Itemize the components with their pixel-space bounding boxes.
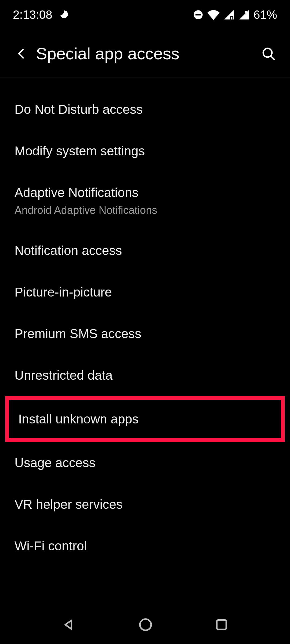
list-item-unrestricted-data[interactable]: Unrestricted data [0, 354, 290, 396]
svg-point-1 [67, 13, 68, 14]
list-item-wifi-control[interactable]: Wi-Fi control [0, 525, 290, 567]
svg-point-0 [66, 11, 67, 12]
search-button[interactable] [258, 43, 279, 64]
svg-rect-3 [195, 14, 201, 16]
nav-recent-button[interactable] [215, 618, 229, 633]
list-item-title: Do Not Disturb access [15, 102, 276, 117]
settings-list: Do Not Disturb access Modify system sett… [0, 78, 290, 567]
list-item-title: Install unknown apps [18, 412, 272, 426]
svg-point-8 [140, 619, 151, 630]
dnd-moon-icon [58, 9, 69, 20]
list-item-do-not-disturb-access[interactable]: Do Not Disturb access [0, 89, 290, 130]
svg-rect-9 [217, 620, 226, 630]
status-bar: 2:13:08 R x 61% [0, 0, 290, 30]
highlight-annotation: Install unknown apps [5, 396, 285, 442]
chevron-left-icon [15, 47, 28, 60]
svg-line-7 [271, 56, 274, 59]
list-item-title: Wi-Fi control [15, 539, 276, 553]
wifi-icon [207, 9, 220, 21]
signal-2-icon: x [238, 9, 250, 20]
list-item-usage-access[interactable]: Usage access [0, 442, 290, 484]
list-item-title: Picture-in-picture [15, 285, 276, 299]
nav-back-button[interactable] [61, 617, 77, 633]
list-item-vr-helper-services[interactable]: VR helper services [0, 484, 290, 525]
list-item-install-unknown-apps[interactable]: Install unknown apps [9, 400, 281, 438]
list-item-notification-access[interactable]: Notification access [0, 230, 290, 271]
triangle-back-icon [61, 617, 77, 632]
list-item-title: Adaptive Notifications [15, 185, 276, 200]
square-recent-icon [215, 618, 229, 632]
back-button[interactable] [11, 43, 32, 64]
svg-text:x: x [245, 9, 248, 14]
list-item-title: Modify system settings [15, 144, 276, 158]
signal-1-icon: R [223, 9, 235, 20]
list-item-title: Unrestricted data [15, 368, 276, 383]
circle-home-icon [138, 617, 153, 632]
battery-text: 61% [253, 8, 277, 21]
list-item-title: Usage access [15, 455, 276, 470]
nav-home-button[interactable] [138, 617, 153, 633]
list-item-adaptive-notifications[interactable]: Adaptive Notifications Android Adaptive … [0, 172, 290, 230]
search-icon [261, 46, 276, 61]
app-bar: Special app access [0, 30, 290, 78]
status-time: 2:13:08 [13, 8, 52, 21]
svg-text:R: R [230, 15, 233, 21]
status-right: R x 61% [193, 8, 277, 21]
list-item-picture-in-picture[interactable]: Picture-in-picture [0, 271, 290, 313]
status-left: 2:13:08 [13, 8, 69, 21]
list-item-subtitle: Android Adaptive Notifications [15, 204, 276, 216]
list-item-title: VR helper services [15, 497, 276, 512]
list-item-modify-system-settings[interactable]: Modify system settings [0, 130, 290, 172]
page-title: Special app access [36, 44, 258, 63]
list-item-premium-sms-access[interactable]: Premium SMS access [0, 313, 290, 354]
dnd-off-icon [193, 9, 204, 20]
list-item-title: Premium SMS access [15, 326, 276, 341]
list-item-title: Notification access [15, 243, 276, 258]
system-nav-bar [0, 606, 290, 644]
